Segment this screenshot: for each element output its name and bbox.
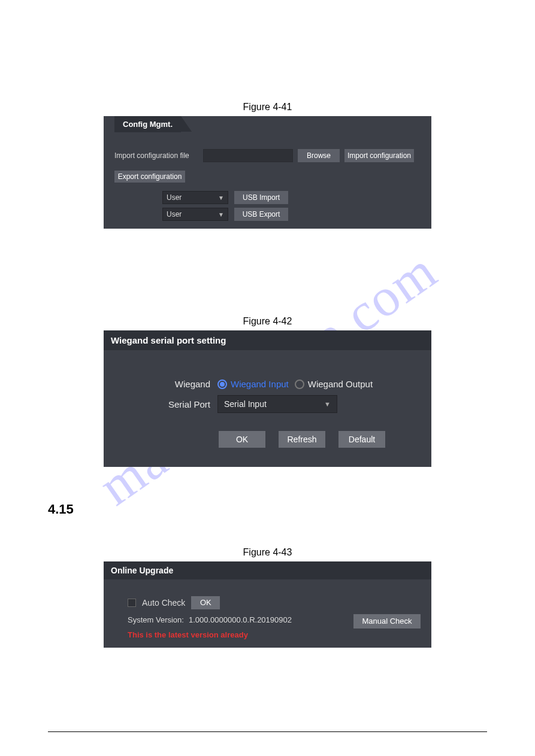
auto-check-label: Auto Check bbox=[142, 598, 185, 608]
radio-unselected-icon bbox=[295, 379, 304, 389]
manual-check-button[interactable]: Manual Check bbox=[353, 614, 421, 629]
import-config-file-input[interactable] bbox=[203, 149, 293, 162]
figure-42-caption: Figure 4-42 bbox=[48, 316, 487, 327]
upgrade-status-text: This is the latest version already bbox=[128, 630, 431, 639]
auto-check-ok-button[interactable]: OK bbox=[191, 596, 220, 609]
default-button[interactable]: Default bbox=[338, 431, 385, 448]
wiegand-panel-title: Wiegand serial port setting bbox=[104, 330, 431, 350]
footer-divider bbox=[48, 731, 487, 732]
ok-button[interactable]: OK bbox=[219, 431, 265, 448]
import-configuration-button[interactable]: Import configuration bbox=[344, 149, 414, 162]
browse-button[interactable]: Browse bbox=[298, 149, 340, 162]
system-version-value: 1.000.0000000.0.R.20190902 bbox=[189, 615, 292, 624]
usb-export-button[interactable]: USB Export bbox=[234, 208, 288, 221]
wiegand-input-radio-label: Wiegand Input bbox=[231, 379, 289, 389]
wiegand-serial-port-panel: Wiegand serial port setting Wiegand Wieg… bbox=[104, 330, 431, 467]
config-mgmt-tab[interactable]: Config Mgmt. bbox=[114, 116, 181, 132]
import-config-file-label: Import configuration file bbox=[114, 151, 198, 160]
chevron-down-icon: ▼ bbox=[218, 195, 224, 201]
wiegand-output-radio-label: Wiegand Output bbox=[308, 379, 373, 389]
usb-export-user-select[interactable]: User ▼ bbox=[162, 208, 228, 221]
wiegand-label: Wiegand bbox=[104, 379, 217, 389]
config-mgmt-panel: Config Mgmt. Import configuration file B… bbox=[104, 116, 431, 229]
export-configuration-button[interactable]: Export configuration bbox=[114, 171, 185, 183]
figure-43-caption: Figure 4-43 bbox=[48, 547, 487, 558]
serial-port-select[interactable]: Serial Input ▼ bbox=[217, 395, 337, 413]
radio-selected-icon bbox=[217, 379, 227, 389]
usb-import-user-select-value: User bbox=[167, 193, 182, 202]
auto-check-checkbox[interactable] bbox=[128, 599, 136, 607]
system-version-label: System Version: bbox=[128, 615, 184, 624]
refresh-button[interactable]: Refresh bbox=[279, 431, 325, 448]
serial-port-select-value: Serial Input bbox=[224, 399, 267, 409]
online-upgrade-panel: Online Upgrade Auto Check OK System Vers… bbox=[104, 561, 431, 648]
section-4-15-heading: 4.15 bbox=[48, 502, 487, 517]
wiegand-input-radio[interactable]: Wiegand Input bbox=[217, 379, 289, 389]
usb-export-user-select-value: User bbox=[167, 210, 182, 218]
online-upgrade-title: Online Upgrade bbox=[104, 561, 431, 579]
figure-41-caption: Figure 4-41 bbox=[48, 102, 487, 113]
usb-import-user-select[interactable]: User ▼ bbox=[162, 191, 228, 204]
chevron-down-icon: ▼ bbox=[324, 400, 331, 408]
usb-import-button[interactable]: USB Import bbox=[234, 191, 288, 204]
wiegand-output-radio[interactable]: Wiegand Output bbox=[295, 379, 373, 389]
chevron-down-icon: ▼ bbox=[218, 211, 224, 218]
serial-port-label: Serial Port bbox=[104, 399, 217, 409]
